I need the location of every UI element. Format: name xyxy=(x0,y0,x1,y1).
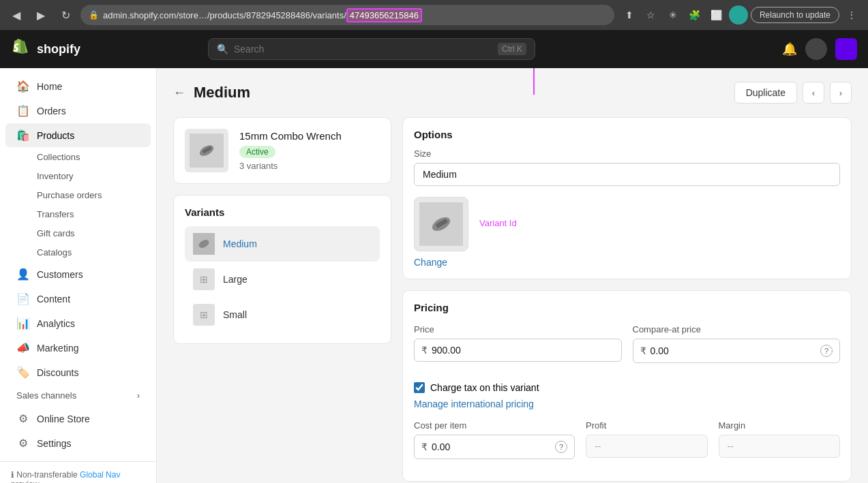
sidebar-item-customers[interactable]: 👤 Customers xyxy=(5,262,151,286)
variant-thumb-large: ⊞ xyxy=(193,268,215,290)
sidebar-item-inventory[interactable]: Inventory xyxy=(5,167,151,185)
price-label: Price xyxy=(414,324,622,334)
reload-button[interactable]: ↻ xyxy=(56,5,75,25)
search-shortcut: Ctrl K xyxy=(498,43,526,55)
sales-channels-expand-icon: › xyxy=(137,390,140,401)
variant-thumb-icon-large: ⊞ xyxy=(200,274,208,285)
sidebar-discounts-label: Discounts xyxy=(37,367,78,378)
variant-thumb-icon-small: ⊞ xyxy=(200,309,208,320)
sidebar-item-content[interactable]: 📄 Content xyxy=(5,287,151,311)
sales-channels-header[interactable]: Sales channels › xyxy=(5,385,151,406)
product-status-badge: Active xyxy=(239,146,275,158)
pricing-card: Pricing Price ₹ Compare-at price xyxy=(402,290,852,482)
sidebar-item-transfers[interactable]: Transfers xyxy=(5,205,151,223)
back-button[interactable]: ← xyxy=(173,86,185,100)
variant-item-small[interactable]: ⊞ Small xyxy=(185,297,380,332)
main-content: ← Medium Duplicate ‹ › xyxy=(157,68,868,483)
manage-pricing-link[interactable]: Manage international pricing xyxy=(414,399,534,409)
window-icon[interactable]: ⬜ xyxy=(707,5,726,25)
compare-help-icon[interactable]: ? xyxy=(820,345,833,357)
variant-id-annotation: Variant Id xyxy=(479,218,517,228)
share-icon[interactable]: ⬆ xyxy=(620,5,639,25)
tax-checkbox[interactable] xyxy=(414,382,425,393)
inventory-label: Inventory xyxy=(37,171,73,181)
cost-input[interactable] xyxy=(432,441,551,452)
sidebar-item-catalogs[interactable]: Catalogs xyxy=(5,243,151,262)
back-button[interactable]: ◀ xyxy=(7,5,26,25)
profile-avatar[interactable] xyxy=(729,5,748,25)
sidebar-item-purchase-orders[interactable]: Purchase orders xyxy=(5,186,151,204)
prev-variant-button[interactable]: ‹ xyxy=(803,82,824,104)
sidebar-item-orders[interactable]: 📋 Orders xyxy=(5,99,151,123)
sidebar-orders-label: Orders xyxy=(37,106,66,116)
compare-price-input-wrapper: ₹ ? xyxy=(633,339,841,363)
address-bar[interactable]: 🔒 admin.shopify.com/store…/products/8782… xyxy=(80,5,614,25)
search-input[interactable] xyxy=(234,44,492,54)
pricing-title: Pricing xyxy=(414,302,840,313)
relaunch-button[interactable]: Relaunch to update xyxy=(751,7,839,23)
tax-checkbox-row: Charge tax on this variant xyxy=(414,382,840,393)
page-header-left: ← Medium xyxy=(173,84,250,102)
sidebar-item-products[interactable]: 🛍️ Products xyxy=(5,123,151,147)
change-media-button[interactable]: Change xyxy=(414,257,447,268)
variants-card: Variants Medium ⊞ xyxy=(173,195,391,344)
price-input[interactable] xyxy=(432,345,614,356)
sidebar-item-marketing[interactable]: 📣 Marketing xyxy=(5,336,151,360)
upgrade-button[interactable] xyxy=(835,38,857,60)
variant-item-large[interactable]: ⊞ Large xyxy=(185,262,380,297)
sidebar-item-gift-cards[interactable]: Gift cards xyxy=(5,224,151,243)
products-icon: 🛍️ xyxy=(16,129,30,142)
search-icon: 🔍 xyxy=(217,44,228,54)
sidebar-item-discounts[interactable]: 🏷️ Discounts xyxy=(5,360,151,384)
variant-thumb-small: ⊞ xyxy=(193,304,215,326)
search-bar[interactable]: 🔍 Ctrl K xyxy=(208,38,535,60)
customers-icon: 👤 xyxy=(16,268,30,281)
sidebar-analytics-label: Analytics xyxy=(37,318,75,329)
purchase-orders-label: Purchase orders xyxy=(37,190,102,200)
sidebar-item-settings[interactable]: ⚙ Settings xyxy=(5,431,151,455)
sidebar-products-label: Products xyxy=(37,130,74,141)
forward-button[interactable]: ▶ xyxy=(31,5,50,25)
size-input[interactable] xyxy=(414,163,840,186)
product-variants-count: 3 variants xyxy=(239,161,342,171)
online-store-label: Online Store xyxy=(37,414,90,424)
sidebar-item-home[interactable]: 🏠 Home xyxy=(5,74,151,98)
variant-item-medium[interactable]: Medium xyxy=(185,226,380,262)
cost-input-wrapper: ₹ ? xyxy=(414,435,575,459)
transfers-label: Transfers xyxy=(37,209,74,219)
star-icon[interactable]: ☆ xyxy=(642,5,661,25)
chrome-browser-bar: ◀ ▶ ↻ 🔒 admin.shopify.com/store…/product… xyxy=(0,0,868,30)
extension-icon[interactable]: ✳ xyxy=(663,5,683,25)
sidebar-home-label: Home xyxy=(37,81,62,92)
menu-icon[interactable]: ⋮ xyxy=(842,5,861,25)
compare-price-group: Compare-at price ₹ ? xyxy=(633,324,841,363)
marketing-icon: 📣 xyxy=(16,341,30,354)
user-avatar[interactable] xyxy=(805,38,827,60)
puzzle-icon[interactable]: 🧩 xyxy=(685,5,704,25)
media-section-wrapper: Change xyxy=(414,197,840,268)
notifications-icon[interactable]: 🔔 xyxy=(782,42,797,57)
cost-help-icon[interactable]: ? xyxy=(555,441,567,453)
options-title: Options xyxy=(414,129,840,140)
sidebar-item-collections[interactable]: Collections xyxy=(5,148,151,166)
footer-icon: ℹ xyxy=(11,470,14,480)
orders-icon: 📋 xyxy=(16,104,30,117)
shopify-logo[interactable]: shopify xyxy=(11,39,80,59)
variant-thumb-medium xyxy=(193,233,215,255)
variant-label-medium: Medium xyxy=(223,238,257,249)
app-layout: 🏠 Home 📋 Orders 🛍️ Products Collections … xyxy=(0,68,868,483)
catalogs-label: Catalogs xyxy=(37,247,72,258)
sidebar-item-online-store[interactable]: ⚙ Online Store xyxy=(5,407,151,431)
sidebar-item-analytics[interactable]: 📊 Analytics xyxy=(5,311,151,335)
next-variant-button[interactable]: › xyxy=(830,82,852,104)
left-column: 15mm Combo Wrench Active 3 variants Vari… xyxy=(173,117,391,483)
settings-label: Settings xyxy=(37,438,72,449)
footer-link[interactable]: Global Nav xyxy=(80,470,120,480)
compare-price-input[interactable] xyxy=(650,345,817,356)
sales-channels-label: Sales channels xyxy=(16,390,76,401)
analytics-icon: 📊 xyxy=(16,317,30,330)
brand-name: shopify xyxy=(37,42,80,57)
topbar-right: 🔔 xyxy=(782,38,857,60)
duplicate-button[interactable]: Duplicate xyxy=(734,82,797,104)
price-compare-row: Price ₹ Compare-at price ₹ ? xyxy=(414,324,840,374)
